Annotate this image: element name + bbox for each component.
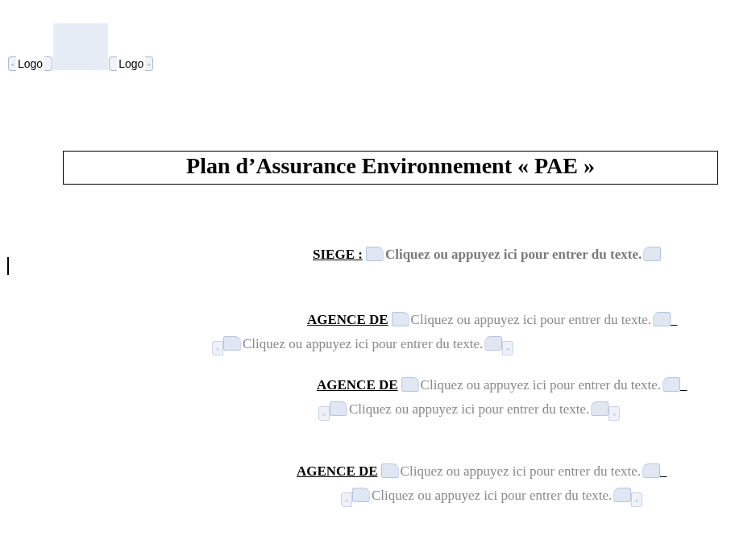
agence-3-line: AGENCE DE Cliquez ou appuyez ici pour en… [0,461,756,480]
cc-cap-left-icon [381,463,399,478]
cc-cap-right-icon [663,377,680,392]
agence-1-address-control[interactable]: « Cliquez ou appuyez ici pour entrer du … [212,334,513,353]
agence-2-label: AGENCE DE [317,377,398,393]
logo-image-placeholder[interactable] [53,23,108,70]
bracket-close-icon: » [145,56,153,71]
cc-cap-right-icon [484,336,502,351]
agence-1-address-placeholder[interactable]: Cliquez ou appuyez ici pour entrer du te… [241,336,484,352]
siege-content-control[interactable]: Cliquez ou appuyez ici pour entrer du te… [366,244,661,263]
cc-cap-right-icon: » [609,406,620,421]
cc-cap-left-icon [401,377,419,392]
agence-3-address-line: « Cliquez ou appuyez ici pour entrer du … [0,485,756,505]
trailing-underline [660,463,667,479]
trailing-underline [680,377,687,393]
cc-cap-right-icon [591,401,609,416]
agence-3-placeholder[interactable]: Cliquez ou appuyez ici pour entrer du te… [399,463,642,480]
logo-left-label: Logo [16,57,44,70]
agence-2-address-placeholder[interactable]: Cliquez ou appuyez ici pour entrer du te… [347,401,591,418]
siege-line: SIEGE : Cliquez ou appuyez ici pour entr… [0,244,756,263]
agence-1-content-control[interactable]: Cliquez ou appuyez ici pour entrer du te… [392,310,671,328]
agence-1-line: AGENCE DE Cliquez ou appuyez ici pour en… [0,310,756,328]
siege-placeholder[interactable]: Cliquez ou appuyez ici pour entrer du te… [384,247,643,263]
cc-cap-left-icon: « [212,341,223,355]
agence-1-address-line: « Cliquez ou appuyez ici pour entrer du … [0,334,756,353]
agence-2-content-control[interactable]: Cliquez ou appuyez ici pour entrer du te… [401,375,680,393]
agence-3-label: AGENCE DE [297,463,378,479]
agence-3-address-control[interactable]: « Cliquez ou appuyez ici pour entrer du … [341,485,642,505]
title-box: Plan d’Assurance Environnement « PAE » [63,151,718,185]
cc-cap-right-icon [643,247,661,261]
document-title: Plan d’Assurance Environnement « PAE » [186,153,595,178]
bracket-inner-open-icon [109,56,117,71]
siege-label: SIEGE [313,247,355,262]
cc-cap-left-icon: « [341,492,352,507]
cc-cap-right-icon [642,463,660,478]
agence-2-address-control[interactable]: « Cliquez ou appuyez ici pour entrer du … [318,399,620,418]
agence-2-line: AGENCE DE Cliquez ou appuyez ici pour en… [0,375,756,393]
cc-cap-left-icon [223,336,241,351]
siege-colon: : [355,247,363,262]
agence-2-placeholder[interactable]: Cliquez ou appuyez ici pour entrer du te… [419,377,663,393]
bracket-open-icon: « [8,56,16,71]
cc-cap-right-icon: » [502,341,513,355]
cc-cap-left-icon [392,312,409,326]
logo-row: « Logo Logo » [8,40,153,87]
cc-cap-right-icon: » [631,492,642,507]
agence-1-placeholder[interactable]: Cliquez ou appuyez ici pour entrer du te… [409,312,653,328]
agence-2-address-line: « Cliquez ou appuyez ici pour entrer du … [0,399,756,418]
cc-cap-left-icon [352,488,370,502]
agence-3-content-control[interactable]: Cliquez ou appuyez ici pour entrer du te… [381,461,660,480]
trailing-underline [671,312,678,327]
agence-1-label: AGENCE DE [307,312,388,327]
cc-cap-left-icon [330,401,347,416]
cc-cap-right-icon [653,312,671,326]
cc-cap-left-icon [366,247,384,261]
agence-3-address-placeholder[interactable]: Cliquez ou appuyez ici pour entrer du te… [370,488,613,504]
cc-cap-left-icon: « [318,406,330,421]
bracket-inner-close-icon [44,56,52,71]
logo-right-label: Logo [117,57,145,70]
cc-cap-right-icon [613,488,631,502]
